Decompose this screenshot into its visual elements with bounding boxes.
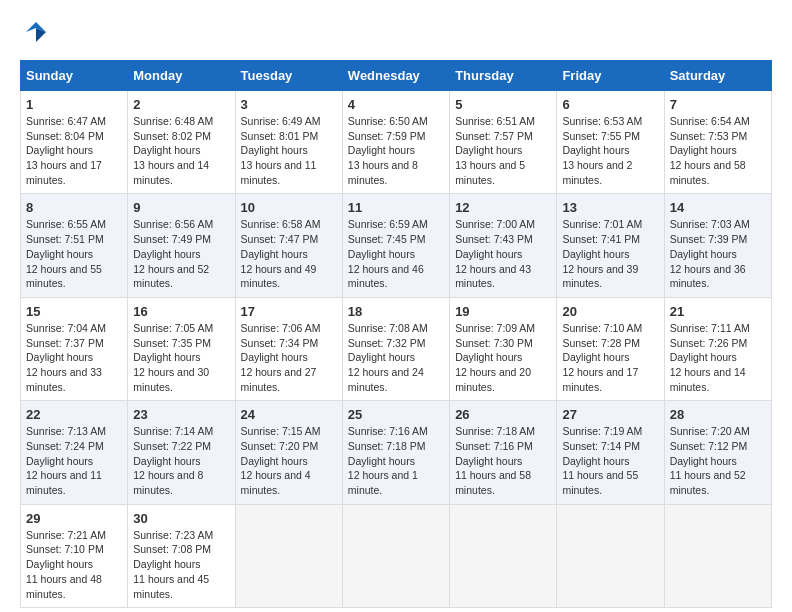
table-row (235, 504, 342, 607)
daylight-label: Daylight hours (133, 248, 200, 260)
sunrise-label: Sunrise: 7:10 AM (562, 322, 642, 334)
daylight-value: 11 hours and 48 minutes. (26, 573, 102, 600)
sunrise-label: Sunrise: 6:48 AM (133, 115, 213, 127)
col-header-saturday: Saturday (664, 61, 771, 91)
cell-content: Sunrise: 6:58 AM Sunset: 7:47 PM Dayligh… (241, 217, 337, 290)
daylight-value: 12 hours and 8 minutes. (133, 469, 203, 496)
daylight-value: 12 hours and 58 minutes. (670, 159, 746, 186)
sunrise-label: Sunrise: 7:09 AM (455, 322, 535, 334)
daylight-value: 13 hours and 17 minutes. (26, 159, 102, 186)
table-row: 29 Sunrise: 7:21 AM Sunset: 7:10 PM Dayl… (21, 504, 128, 607)
sunrise-label: Sunrise: 6:58 AM (241, 218, 321, 230)
table-row: 24 Sunrise: 7:15 AM Sunset: 7:20 PM Dayl… (235, 401, 342, 504)
daylight-label: Daylight hours (241, 455, 308, 467)
day-number: 5 (455, 97, 551, 112)
table-row: 15 Sunrise: 7:04 AM Sunset: 7:37 PM Dayl… (21, 297, 128, 400)
cell-content: Sunrise: 7:01 AM Sunset: 7:41 PM Dayligh… (562, 217, 658, 290)
sunset-label: Sunset: 7:57 PM (455, 130, 533, 142)
cell-content: Sunrise: 6:50 AM Sunset: 7:59 PM Dayligh… (348, 114, 444, 187)
sunset-label: Sunset: 7:35 PM (133, 337, 211, 349)
sunrise-label: Sunrise: 6:49 AM (241, 115, 321, 127)
daylight-value: 13 hours and 2 minutes. (562, 159, 632, 186)
daylight-label: Daylight hours (670, 351, 737, 363)
sunrise-label: Sunrise: 7:08 AM (348, 322, 428, 334)
cell-content: Sunrise: 7:18 AM Sunset: 7:16 PM Dayligh… (455, 424, 551, 497)
sunset-label: Sunset: 7:51 PM (26, 233, 104, 245)
sunrise-label: Sunrise: 7:13 AM (26, 425, 106, 437)
table-row: 21 Sunrise: 7:11 AM Sunset: 7:26 PM Dayl… (664, 297, 771, 400)
cell-content: Sunrise: 6:55 AM Sunset: 7:51 PM Dayligh… (26, 217, 122, 290)
table-row (450, 504, 557, 607)
daylight-label: Daylight hours (26, 351, 93, 363)
table-row: 11 Sunrise: 6:59 AM Sunset: 7:45 PM Dayl… (342, 194, 449, 297)
table-row: 3 Sunrise: 6:49 AM Sunset: 8:01 PM Dayli… (235, 91, 342, 194)
daylight-label: Daylight hours (455, 144, 522, 156)
daylight-value: 12 hours and 17 minutes. (562, 366, 638, 393)
sunrise-label: Sunrise: 7:23 AM (133, 529, 213, 541)
daylight-label: Daylight hours (455, 351, 522, 363)
sunset-label: Sunset: 7:26 PM (670, 337, 748, 349)
sunrise-label: Sunrise: 6:54 AM (670, 115, 750, 127)
cell-content: Sunrise: 6:49 AM Sunset: 8:01 PM Dayligh… (241, 114, 337, 187)
day-number: 8 (26, 200, 122, 215)
daylight-label: Daylight hours (562, 351, 629, 363)
sunset-label: Sunset: 7:30 PM (455, 337, 533, 349)
cell-content: Sunrise: 6:47 AM Sunset: 8:04 PM Dayligh… (26, 114, 122, 187)
cell-content: Sunrise: 6:51 AM Sunset: 7:57 PM Dayligh… (455, 114, 551, 187)
sunset-label: Sunset: 7:08 PM (133, 543, 211, 555)
col-header-wednesday: Wednesday (342, 61, 449, 91)
table-row: 23 Sunrise: 7:14 AM Sunset: 7:22 PM Dayl… (128, 401, 235, 504)
day-number: 18 (348, 304, 444, 319)
table-row: 20 Sunrise: 7:10 AM Sunset: 7:28 PM Dayl… (557, 297, 664, 400)
calendar-table: SundayMondayTuesdayWednesdayThursdayFrid… (20, 60, 772, 608)
daylight-value: 13 hours and 8 minutes. (348, 159, 418, 186)
cell-content: Sunrise: 7:13 AM Sunset: 7:24 PM Dayligh… (26, 424, 122, 497)
sunrise-label: Sunrise: 7:18 AM (455, 425, 535, 437)
table-row: 9 Sunrise: 6:56 AM Sunset: 7:49 PM Dayli… (128, 194, 235, 297)
cell-content: Sunrise: 6:54 AM Sunset: 7:53 PM Dayligh… (670, 114, 766, 187)
cell-content: Sunrise: 7:10 AM Sunset: 7:28 PM Dayligh… (562, 321, 658, 394)
day-number: 29 (26, 511, 122, 526)
day-number: 28 (670, 407, 766, 422)
day-number: 22 (26, 407, 122, 422)
daylight-value: 12 hours and 20 minutes. (455, 366, 531, 393)
day-number: 2 (133, 97, 229, 112)
daylight-label: Daylight hours (26, 144, 93, 156)
sunset-label: Sunset: 7:22 PM (133, 440, 211, 452)
sunset-label: Sunset: 7:49 PM (133, 233, 211, 245)
sunset-label: Sunset: 7:34 PM (241, 337, 319, 349)
day-number: 16 (133, 304, 229, 319)
sunrise-label: Sunrise: 6:53 AM (562, 115, 642, 127)
col-header-friday: Friday (557, 61, 664, 91)
col-header-thursday: Thursday (450, 61, 557, 91)
daylight-label: Daylight hours (133, 351, 200, 363)
table-row: 2 Sunrise: 6:48 AM Sunset: 8:02 PM Dayli… (128, 91, 235, 194)
daylight-label: Daylight hours (562, 248, 629, 260)
sunset-label: Sunset: 7:32 PM (348, 337, 426, 349)
sunrise-label: Sunrise: 6:56 AM (133, 218, 213, 230)
daylight-label: Daylight hours (455, 248, 522, 260)
daylight-label: Daylight hours (348, 248, 415, 260)
daylight-label: Daylight hours (670, 455, 737, 467)
daylight-label: Daylight hours (670, 248, 737, 260)
cell-content: Sunrise: 7:03 AM Sunset: 7:39 PM Dayligh… (670, 217, 766, 290)
daylight-label: Daylight hours (562, 144, 629, 156)
table-row (664, 504, 771, 607)
day-number: 30 (133, 511, 229, 526)
daylight-label: Daylight hours (455, 455, 522, 467)
sunrise-label: Sunrise: 7:15 AM (241, 425, 321, 437)
cell-content: Sunrise: 7:06 AM Sunset: 7:34 PM Dayligh… (241, 321, 337, 394)
daylight-label: Daylight hours (26, 248, 93, 260)
table-row: 1 Sunrise: 6:47 AM Sunset: 8:04 PM Dayli… (21, 91, 128, 194)
daylight-label: Daylight hours (133, 144, 200, 156)
daylight-value: 11 hours and 55 minutes. (562, 469, 638, 496)
table-row: 7 Sunrise: 6:54 AM Sunset: 7:53 PM Dayli… (664, 91, 771, 194)
sunrise-label: Sunrise: 7:16 AM (348, 425, 428, 437)
day-number: 25 (348, 407, 444, 422)
col-header-sunday: Sunday (21, 61, 128, 91)
sunset-label: Sunset: 7:12 PM (670, 440, 748, 452)
daylight-value: 12 hours and 43 minutes. (455, 263, 531, 290)
daylight-value: 12 hours and 30 minutes. (133, 366, 209, 393)
daylight-value: 13 hours and 14 minutes. (133, 159, 209, 186)
cell-content: Sunrise: 7:05 AM Sunset: 7:35 PM Dayligh… (133, 321, 229, 394)
